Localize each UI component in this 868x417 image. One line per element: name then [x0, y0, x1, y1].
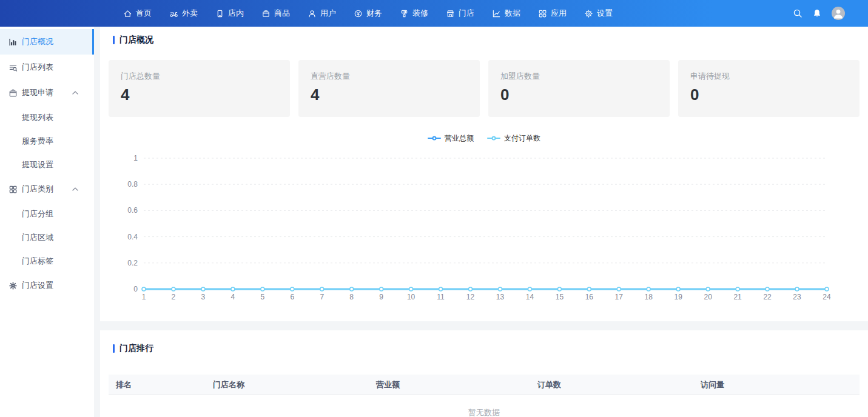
goods-icon	[261, 9, 271, 18]
legend-item[interactable]: 支付订单数	[487, 133, 540, 144]
chevron-up-icon	[72, 187, 78, 191]
stat-card-label: 加盟店数量	[500, 71, 658, 82]
nav-item-instore[interactable]: 店内	[215, 8, 244, 19]
nav-item-label: 财务	[366, 8, 382, 19]
nav-item-label: 首页	[136, 8, 152, 19]
avatar[interactable]	[832, 7, 845, 20]
apps-icon	[538, 9, 547, 18]
sidebar-subitem-store-region[interactable]: 门店区域	[0, 225, 94, 249]
ranking-table-header: 排名 门店名称 营业额 订单数 访问量	[109, 375, 860, 395]
sidebar-subitem-label: 提现设置	[22, 159, 53, 170]
sidebar-subitem-store-tag[interactable]: 门店标签	[0, 249, 94, 273]
takeout-icon	[169, 9, 178, 18]
svg-text:13: 13	[496, 293, 505, 301]
svg-text:8: 8	[349, 293, 354, 301]
nav-item-label: 应用	[551, 8, 567, 19]
nav-item-finance[interactable]: 财务	[354, 8, 382, 19]
topbar-actions	[793, 7, 868, 20]
svg-text:9: 9	[379, 293, 383, 301]
ranking-table: 排名 门店名称 营业额 订单数 访问量 暂无数据	[109, 375, 860, 417]
chart-legend: 营业总额支付订单数	[100, 134, 868, 142]
section-title-overview: 门店概况	[113, 35, 868, 45]
stat-card-total-stores: 门店总数量 4	[109, 60, 290, 117]
sidebar-subitem-label: 门店分组	[22, 208, 53, 219]
sidebar-subitem-service-rate[interactable]: 服务费率	[0, 129, 94, 153]
svg-text:24: 24	[823, 293, 831, 301]
finance-icon	[354, 9, 363, 18]
column-header-visits: 访问量	[693, 379, 860, 390]
legend-label: 支付订单数	[504, 133, 540, 144]
main-content: 门店概况 门店总数量 4 直营店数量 4 加盟店数量 0 申请待提现 0	[100, 27, 868, 417]
section-title-ranking: 门店排行	[113, 343, 868, 354]
search-icon[interactable]	[793, 8, 802, 18]
nav-item-takeout[interactable]: 外卖	[169, 8, 198, 19]
top-navbar: 首页 外卖 店内 商品 用户 财务 装修 门店	[0, 0, 868, 27]
sidebar-item-store-list[interactable]: 门店列表	[0, 55, 94, 80]
nav-item-label: 数据	[505, 8, 520, 19]
svg-text:1: 1	[142, 293, 146, 301]
nav-item-label: 用户	[320, 8, 336, 19]
sidebar-item-store-category[interactable]: 门店类别	[0, 176, 94, 202]
section-title-bar	[113, 36, 115, 44]
sidebar-subitem-withdraw-list[interactable]: 提现列表	[0, 105, 94, 129]
svg-text:0.6: 0.6	[127, 206, 138, 215]
nav-item-home[interactable]: 首页	[123, 8, 152, 19]
home-icon	[123, 9, 132, 18]
store-ranking-panel: 门店排行 排名 门店名称 营业额 订单数 访问量 暂无数据	[100, 330, 868, 417]
chevron-up-icon	[72, 91, 78, 95]
nav-item-goods[interactable]: 商品	[261, 8, 290, 19]
sidebar-item-store-overview[interactable]: 门店概况	[0, 29, 94, 55]
stat-card-label: 申请待提现	[690, 71, 847, 82]
store-overview-panel: 门店概况 门店总数量 4 直营店数量 4 加盟店数量 0 申请待提现 0	[100, 27, 868, 321]
svg-text:22: 22	[763, 293, 772, 301]
legend-label: 营业总额	[445, 133, 474, 144]
sidebar-subitem-label: 门店标签	[22, 256, 53, 267]
nav-item-decoration[interactable]: 装修	[400, 8, 428, 19]
decoration-icon	[400, 9, 409, 18]
nav-item-label: 门店	[459, 8, 474, 19]
sidebar: 门店概况 门店列表 提现申请 提现列表 服务费率 提现设置 门店类别 门店分组 …	[0, 27, 94, 417]
svg-text:1: 1	[133, 154, 138, 162]
nav-item-settings[interactable]: 设置	[584, 8, 613, 19]
stat-card-label: 门店总数量	[121, 71, 278, 82]
bell-icon[interactable]	[812, 8, 822, 18]
legend-marker-icon	[487, 138, 500, 139]
nav-item-apps[interactable]: 应用	[538, 8, 567, 19]
line-chart[interactable]: 00.20.40.60.8112345678910111213141516171…	[100, 148, 868, 313]
column-header-store-name: 门店名称	[206, 379, 369, 390]
nav-item-users[interactable]: 用户	[308, 8, 336, 19]
nav-item-label: 外卖	[182, 8, 198, 19]
svg-text:11: 11	[437, 293, 445, 301]
bar-chart-icon	[8, 38, 18, 47]
sidebar-subitem-store-group[interactable]: 门店分组	[0, 202, 94, 225]
sidebar-item-store-settings[interactable]: 门店设置	[0, 273, 94, 298]
list-search-icon	[8, 63, 18, 72]
nav-item-data[interactable]: 数据	[492, 8, 520, 19]
svg-text:19: 19	[675, 293, 683, 301]
nav-item-label: 店内	[228, 8, 244, 19]
stat-cards: 门店总数量 4 直营店数量 4 加盟店数量 0 申请待提现 0	[109, 60, 860, 117]
svg-text:14: 14	[526, 293, 534, 301]
nav-item-label: 商品	[274, 8, 290, 19]
column-header-rank: 排名	[109, 379, 206, 390]
sidebar-item-label: 门店列表	[22, 62, 53, 73]
top-nav: 首页 外卖 店内 商品 用户 财务 装修 门店	[123, 8, 613, 19]
legend-item[interactable]: 营业总额	[428, 133, 474, 144]
stat-card-pending-withdrawal: 申请待提现 0	[678, 60, 860, 117]
column-header-revenue: 营业额	[369, 379, 530, 390]
section-title-text: 门店排行	[119, 343, 153, 354]
stat-card-label: 直营店数量	[311, 71, 468, 82]
stat-card-direct-stores: 直营店数量 4	[298, 60, 480, 117]
nav-item-stores[interactable]: 门店	[446, 8, 474, 19]
section-title-text: 门店概况	[119, 35, 153, 45]
sidebar-item-label: 门店设置	[22, 280, 53, 291]
sidebar-subitem-label: 提现列表	[22, 112, 53, 123]
sidebar-subitem-withdraw-settings[interactable]: 提现设置	[0, 153, 94, 176]
empty-data-placeholder: 暂无数据	[109, 395, 860, 417]
stat-card-value: 0	[690, 85, 847, 104]
svg-text:2: 2	[172, 293, 176, 301]
stat-card-value: 4	[121, 85, 278, 104]
sidebar-item-withdraw-request[interactable]: 提现申请	[0, 80, 94, 105]
gear-icon	[8, 281, 18, 290]
svg-text:16: 16	[585, 293, 594, 301]
